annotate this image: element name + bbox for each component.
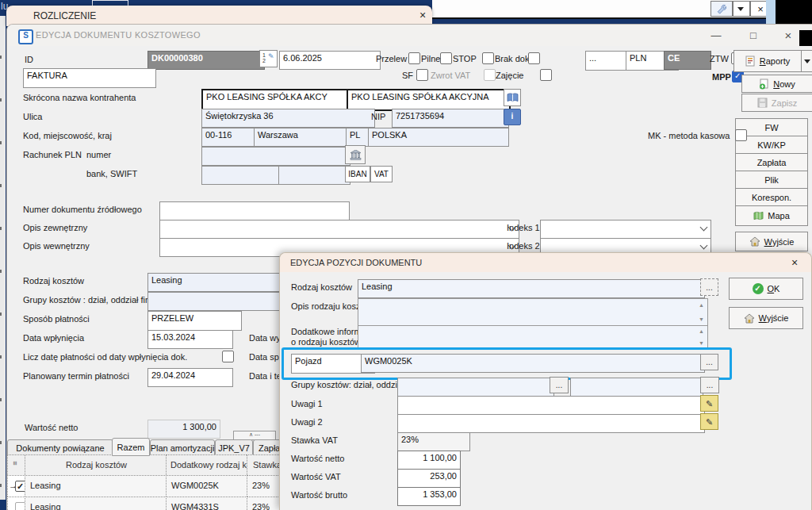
wyjscie-button[interactable]: Wyjście [735,232,808,251]
kod-field[interactable]: 00-116 [201,128,259,147]
tab-dokumenty-powiazane[interactable]: Dokumenty powiązane [7,439,113,456]
dlg-netto-label: Wartość netto [291,454,344,463]
dlg-pojazd-field[interactable]: WGM0025K [361,354,705,373]
zapisz-button[interactable]: Zapisz [741,94,812,112]
dlg-uwagi2-field[interactable] [397,414,705,433]
dlg-uwagi1-edit-button[interactable]: ✎ [700,395,718,412]
ulica-field[interactable]: Świętokrzyska 36 [201,109,375,128]
minimize-button[interactable]: — [705,29,727,41]
close-button[interactable]: × [781,28,795,42]
zwrot-vat-checkbox[interactable] [484,69,496,81]
data-wplyniecia-field[interactable]: 15.03.2024 [147,330,233,349]
wartosc-netto-label: Wartość netto [25,423,78,432]
row-selector-icon: ≡ [11,461,19,465]
rachunek-numer-field[interactable] [201,147,350,166]
miasto-field[interactable]: Warszawa [254,128,351,147]
zaplata-button[interactable]: Zapłata [735,153,808,172]
kontrahent-lookup-button[interactable] [504,89,521,106]
rozliczenie-close-button[interactable]: × [416,8,430,22]
dlg-uwagi1-field[interactable] [397,396,705,415]
cell-rodzaj[interactable]: Leasing [25,497,176,510]
dlg-stawka-dropdown[interactable]: 23% [397,432,470,451]
dlg-rodzaj-field[interactable]: Leasing [358,279,705,298]
iban-button[interactable]: IBAN [345,166,370,182]
new-page-icon [759,79,769,90]
dlg-uwagi1-label: Uwagi 1 [291,399,323,408]
background-black-corner [799,30,812,46]
info-icon: i [511,112,514,121]
renumber-pencil-icon: ✎ [268,52,274,60]
przelew-checkbox[interactable] [408,52,420,64]
wrench-button[interactable] [710,1,733,17]
nowy-button[interactable]: Nowy [741,75,812,93]
scroll-up-icon[interactable]: ▲ [699,302,704,308]
dlg-grupy-lookup-1[interactable]: ... [550,377,569,393]
cell-dodatkowy[interactable]: WGM4331S [166,497,257,510]
dlg-vat-field[interactable]: 253,00 [397,469,461,488]
korespon-button[interactable]: Korespon. [735,188,808,207]
indeks1-dropdown[interactable] [540,220,711,239]
tab-plan-amortyzacji[interactable]: Plan amortyzacji [150,439,215,456]
maximize-button[interactable]: □ [746,28,760,42]
dlg-ok-button[interactable]: ✓ OK [729,278,803,300]
tab-razem[interactable]: Razem [112,438,150,456]
nip-field[interactable]: 7251735694 [392,109,509,128]
mk-checkbox[interactable] [735,129,747,141]
raporty-button[interactable]: Raporty [733,50,802,72]
dlg-opis-textarea[interactable]: ▲ ▼ [358,298,708,326]
scroll-down-icon[interactable]: ▼ [699,340,704,346]
dlg-netto-field[interactable]: 1 100,00 [397,451,461,470]
dlg-rodzaj-lookup-button[interactable]: ... [700,278,718,296]
ce-field: CE [664,51,711,70]
left-edge-strip [0,16,6,500]
dlg-brutto-field[interactable]: 1 353,00 [397,487,461,506]
tab-zaplaty[interactable]: Zapłaty [253,439,280,456]
renumber-button[interactable]: 12 ✎ [259,50,278,67]
bank-field[interactable] [201,166,284,185]
dlg-rodzaj-label: Rodzaj kosztów [291,282,352,292]
mapa-button[interactable]: Mapa [735,205,808,226]
sposob-platnosci-dropdown[interactable]: PRZELEW [147,311,242,331]
pencil-icon: ✎ [706,399,713,408]
sf-checkbox[interactable] [416,69,428,81]
dlg-grupy-field-2[interactable] [570,378,703,397]
stop-checkbox[interactable] [482,52,494,64]
brak-dok-checkbox[interactable] [528,52,540,64]
opis-zewnetrzny-label: Opis zewnętrzny [23,223,87,232]
bank-button[interactable] [345,145,366,164]
opis-zewnetrzny-dropdown[interactable] [159,220,519,239]
document-date-field[interactable]: 6.06.2025 [279,51,381,70]
ulica-label: Ulica [23,112,42,121]
bank-swift-label: bank, SWIFT [86,169,137,178]
toolbar-dropdown-button[interactable] [733,1,750,17]
nip-verify-button[interactable]: i [504,109,521,125]
pilne-checkbox[interactable] [440,52,452,64]
rodzaj-kosztow-label: Rodzaj kosztów [23,276,84,286]
dlg-uwagi2-edit-button[interactable]: ✎ [700,413,718,430]
dlg-grupy-field-1[interactable] [397,378,554,397]
planowany-termin-field[interactable]: 29.04.2024 [147,368,233,387]
raporty-dropdown-button[interactable] [801,50,812,72]
dlg-grupy-lookup-2[interactable]: ... [700,377,719,393]
dialog-close-button[interactable]: × [787,255,802,270]
vat-button[interactable]: VAT [370,166,393,182]
dlg-dodatkowe-textarea[interactable]: ▲ ▼ [358,325,708,349]
scroll-down-icon[interactable]: ▼ [699,316,704,322]
zajecie-checkbox[interactable] [540,69,552,81]
numer-zrodlowy-field[interactable] [159,201,350,220]
background-toolbar: × [432,0,776,19]
dlg-pojazd-lookup-button[interactable]: ... [700,354,718,370]
swift-field[interactable] [278,166,350,185]
document-type-dropdown[interactable]: FAKTURA [23,68,156,88]
brak-dok-label: Brak dok. [495,54,531,63]
data-wplyniecia-label: Data wpłynięcia [23,333,84,343]
dlg-wyjscie-button[interactable]: Wyjście [729,307,803,329]
tab-jpk-v7[interactable]: JPK_V7 [215,439,253,456]
scroll-up-icon[interactable]: ▲ [699,328,704,334]
licz-date-checkbox[interactable] [222,351,234,362]
kontrahent-full-field[interactable]: PKO LEASING SPÓŁKA AKCYJNA [347,89,511,111]
kraj-field[interactable]: POLSKA [368,128,509,147]
cell-stawka[interactable]: 23% [247,497,280,510]
plik-button[interactable]: Plik [735,171,808,190]
home-icon [749,236,760,247]
